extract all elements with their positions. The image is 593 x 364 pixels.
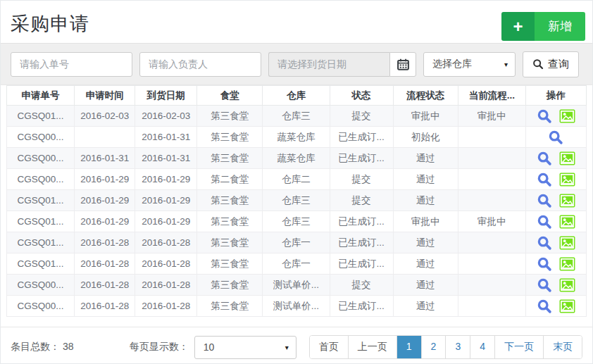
cell-canteen: 第三食堂 [197, 127, 263, 148]
table-row: CGSQ00...2016-01-282016-01-28第三食堂测试单价...… [7, 296, 587, 317]
arrival-date-input[interactable] [268, 52, 389, 77]
cell-arrival_date: 2016-01-28 [135, 296, 197, 317]
table-row: CGSQ01...2016-01-282016-01-28第三食堂仓库一已生成订… [7, 232, 587, 253]
page-button-首页[interactable]: 首页 [310, 336, 348, 358]
add-button-label: 新增 [535, 12, 585, 41]
column-header-5: 状态 [330, 86, 393, 106]
table-row: CGSQ00...2016-01-282016-01-28第三食堂测试单价...… [7, 275, 587, 296]
column-header-8: 操作 [525, 86, 586, 106]
cell-apply_time: 2016-01-29 [75, 190, 135, 211]
view-search-icon[interactable] [537, 172, 552, 187]
cell-apply_time: 2016-01-28 [75, 253, 135, 275]
cell-apply_time: 2016-01-28 [75, 275, 135, 296]
cell-apply_time: 2016-01-28 [75, 232, 135, 253]
cell-order_no: CGSQ00... [7, 275, 75, 296]
cell-actions [525, 190, 586, 211]
request-table: 申请单号申请时间到货日期食堂仓库状态流程状态当前流程...操作 CGSQ01..… [6, 85, 587, 317]
cell-apply_time: 2016-01-29 [75, 211, 135, 232]
image-icon[interactable] [559, 151, 575, 165]
cell-current_flow [458, 232, 525, 253]
cell-warehouse: 仓库一 [263, 253, 330, 275]
page-size-select[interactable]: 10 ▾ [194, 336, 296, 359]
cell-flow_status: 初始化 [393, 127, 458, 148]
table-row: CGSQ00...2016-01-312016-01-31第三食堂蔬菜仓库已生成… [7, 148, 587, 169]
cell-canteen: 第三食堂 [197, 148, 263, 169]
view-search-icon[interactable] [537, 151, 552, 166]
cell-actions [525, 169, 586, 190]
cell-status: 提交 [330, 169, 393, 190]
image-icon[interactable] [559, 236, 575, 250]
page-button-4[interactable]: 4 [470, 336, 494, 358]
cell-status: 已生成订... [330, 148, 393, 169]
cell-flow_status: 通过 [393, 169, 458, 190]
view-search-icon[interactable] [537, 108, 552, 124]
view-search-icon[interactable] [537, 214, 552, 230]
view-search-icon[interactable] [537, 193, 552, 208]
cell-arrival_date: 2016-01-29 [135, 169, 197, 190]
add-button[interactable]: + 新增 [501, 12, 585, 41]
cell-arrival_date: 2016-01-28 [135, 232, 197, 253]
view-search-icon[interactable] [537, 299, 552, 314]
cell-order_no: CGSQ01... [7, 211, 75, 232]
cell-arrival_date: 2016-02-03 [135, 106, 197, 127]
page-button-2[interactable]: 2 [421, 336, 446, 358]
cell-flow_status: 通过 [393, 275, 458, 296]
warehouse-select-value: 选择仓库 [432, 58, 472, 70]
cell-warehouse: 仓库一 [263, 232, 330, 253]
order-no-input[interactable] [11, 52, 132, 77]
image-icon[interactable] [559, 299, 575, 313]
request-table-wrap: 申请单号申请时间到货日期食堂仓库状态流程状态当前流程...操作 CGSQ01..… [1, 85, 592, 317]
cell-flow_status: 审批中 [393, 106, 458, 127]
page-title: 采购申请 [11, 11, 581, 37]
image-icon[interactable] [559, 194, 575, 208]
search-button[interactable]: 查询 [523, 51, 579, 77]
column-header-0: 申请单号 [7, 86, 75, 106]
image-icon[interactable] [559, 172, 575, 187]
page-button-1[interactable]: 1 [397, 336, 421, 358]
cell-warehouse: 蔬菜仓库 [263, 127, 330, 148]
image-icon[interactable] [559, 109, 575, 123]
total-count-value: 38 [63, 341, 74, 352]
page-size-label: 每页显示数： [130, 341, 189, 353]
column-header-2: 到货日期 [135, 86, 197, 106]
cell-warehouse: 测试单价... [263, 296, 330, 317]
cell-actions [525, 232, 586, 253]
image-icon[interactable] [559, 278, 575, 292]
list-footer: 条目总数： 38 每页显示数： 10 ▾ 首页上一页1234下一页末页 [1, 327, 592, 359]
cell-status: 已生成订... [330, 232, 393, 253]
page-size-value: 10 [204, 341, 215, 353]
calendar-button[interactable] [389, 52, 416, 77]
warehouse-select[interactable]: 选择仓库 ▾ [423, 52, 516, 77]
view-search-icon[interactable] [537, 256, 552, 272]
cell-warehouse: 仓库三 [263, 190, 330, 211]
cell-warehouse: 仓库三 [263, 211, 330, 232]
cell-current_flow [458, 127, 525, 148]
page-button-3[interactable]: 3 [445, 336, 470, 358]
manager-input[interactable] [139, 52, 261, 77]
image-icon[interactable] [559, 257, 575, 271]
view-search-icon[interactable] [537, 277, 552, 293]
cell-arrival_date: 2016-01-31 [135, 148, 197, 169]
cell-apply_time: 2016-01-29 [75, 169, 135, 190]
page-button-末页[interactable]: 末页 [543, 336, 582, 358]
cell-warehouse: 仓库二 [263, 169, 330, 190]
cell-order_no: CGSQ01... [7, 253, 75, 275]
cell-actions [525, 296, 586, 317]
page-button-下一页[interactable]: 下一页 [494, 336, 543, 358]
cell-warehouse: 仓库三 [263, 106, 330, 127]
calendar-icon [397, 58, 409, 70]
page-button-上一页[interactable]: 上一页 [348, 336, 397, 358]
table-row: CGSQ01...2016-01-292016-01-29第三食堂仓库三已生成订… [7, 211, 587, 232]
view-search-icon[interactable] [537, 235, 552, 251]
view-search-icon[interactable] [548, 130, 563, 145]
table-body: CGSQ01...2016-02-032016-02-03第三食堂仓库三提交审批… [7, 106, 587, 317]
cell-actions [525, 127, 586, 148]
image-icon[interactable] [559, 215, 575, 229]
cell-status: 已生成订... [330, 296, 393, 317]
total-count-label: 条目总数： [11, 341, 60, 352]
cell-status: 已生成订... [330, 253, 393, 275]
cell-warehouse: 蔬菜仓库 [263, 148, 330, 169]
cell-order_no: CGSQ01... [7, 106, 75, 127]
cell-canteen: 第三食堂 [197, 275, 263, 296]
cell-warehouse: 测试单价... [263, 275, 330, 296]
